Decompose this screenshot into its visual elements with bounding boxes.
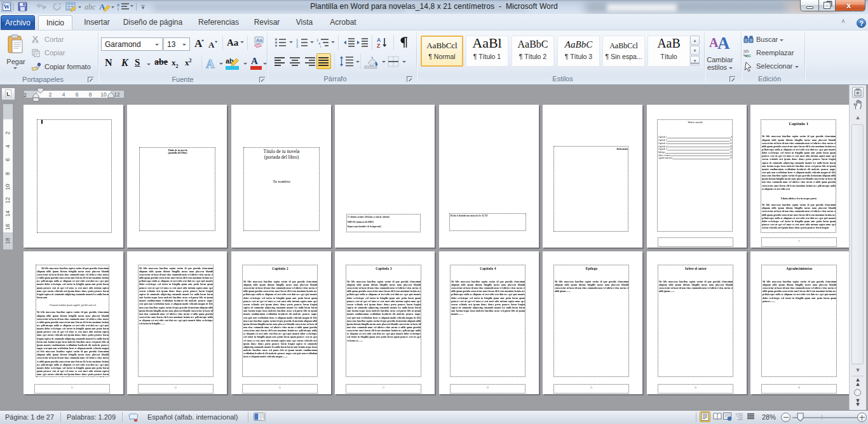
svg-text:ac: ac	[746, 53, 751, 58]
svg-text:W: W	[4, 3, 10, 10]
svg-text:i: i	[118, 7, 119, 11]
svg-text:a: a	[117, 3, 119, 7]
